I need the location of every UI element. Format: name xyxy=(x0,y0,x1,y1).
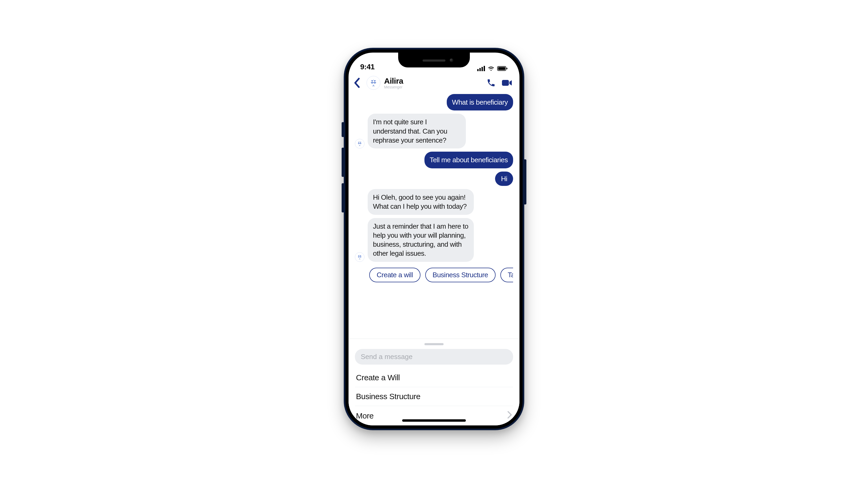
drawer-grabber[interactable] xyxy=(425,343,443,345)
status-time: 9:41 xyxy=(360,63,375,71)
battery-icon xyxy=(497,66,508,71)
message-incoming: Hi Oleh, good to see you again! What can… xyxy=(368,189,474,215)
chat-header: Ailira Messenger xyxy=(348,73,520,94)
scales-icon xyxy=(357,255,362,260)
video-icon xyxy=(502,79,512,87)
quick-reply-business-structure[interactable]: Business Structure xyxy=(425,268,496,282)
front-camera xyxy=(450,58,454,62)
svg-rect-1 xyxy=(498,67,505,70)
chat-title: Ailira xyxy=(384,77,403,86)
message-outgoing: What is beneficiary xyxy=(447,94,513,111)
audio-call-button[interactable] xyxy=(485,77,497,89)
message-input[interactable] xyxy=(355,349,513,365)
phone-frame: 9:41 xyxy=(344,48,524,430)
message-incoming: I'm not quite sure I understand that. Ca… xyxy=(368,114,466,148)
chevron-right-icon xyxy=(507,411,512,421)
notch xyxy=(398,53,470,67)
bot-avatar xyxy=(355,252,365,262)
screen: 9:41 xyxy=(348,53,520,425)
scales-icon xyxy=(357,141,362,146)
cellular-signal-icon xyxy=(477,66,485,71)
volume-down-button xyxy=(342,183,344,212)
home-indicator[interactable] xyxy=(402,419,466,422)
message-outgoing: Hi xyxy=(495,172,513,186)
volume-up-button xyxy=(342,148,344,177)
composer-drawer: Create a Will Business Structure More xyxy=(348,338,520,425)
power-button xyxy=(524,159,526,205)
scales-icon xyxy=(370,79,377,87)
chat-subtitle: Messenger xyxy=(384,85,403,89)
quick-reply-create-will[interactable]: Create a will xyxy=(369,268,421,282)
drawer-item-label: More xyxy=(356,411,373,420)
chevron-left-icon xyxy=(353,78,361,88)
quick-reply-talk-to[interactable]: Talk to xyxy=(500,268,513,282)
video-call-button[interactable] xyxy=(501,77,513,89)
quick-reply-row[interactable]: Create a will Business Structure Talk to xyxy=(355,265,513,285)
svg-rect-3 xyxy=(502,80,509,86)
drawer-item-create-will[interactable]: Create a Will xyxy=(355,368,513,387)
phone-icon xyxy=(487,78,496,87)
bot-avatar xyxy=(355,139,365,148)
message-incoming: Just a reminder that I am here to help y… xyxy=(368,218,474,262)
svg-rect-2 xyxy=(506,68,507,69)
wifi-icon xyxy=(488,66,495,71)
back-button[interactable] xyxy=(351,77,363,89)
speaker-grille xyxy=(423,59,445,62)
message-outgoing: Tell me about beneficiaries xyxy=(425,152,513,168)
message-list[interactable]: What is beneficiary I'm not quite sure I… xyxy=(348,94,520,338)
drawer-item-label: Create a Will xyxy=(356,373,400,382)
drawer-item-business-structure[interactable]: Business Structure xyxy=(355,387,513,406)
drawer-item-more[interactable]: More xyxy=(355,406,513,425)
chat-avatar[interactable] xyxy=(367,76,380,90)
drawer-item-label: Business Structure xyxy=(356,392,421,401)
mute-switch xyxy=(342,122,344,137)
